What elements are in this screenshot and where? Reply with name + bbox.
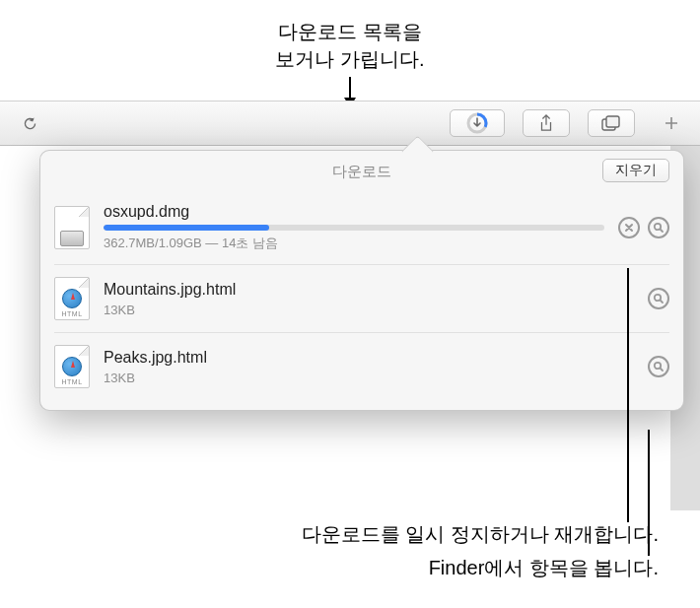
downloads-popover: 다운로드 지우기 osxupd.dmg 362.7MB/1.09GB — 14초… <box>39 150 684 411</box>
reveal-in-finder-button[interactable] <box>648 288 669 309</box>
progress-bar <box>104 225 604 231</box>
browser-toolbar <box>0 101 700 146</box>
callout-reveal-finder: Finder에서 항목을 봅니다. <box>429 554 659 581</box>
downloads-button[interactable] <box>450 109 505 137</box>
callout-text: 다운로드 목록을 <box>0 18 700 45</box>
download-info: Mountains.jpg.html 13KB <box>104 281 634 317</box>
tabs-icon <box>601 115 621 131</box>
stop-download-button[interactable] <box>618 217 640 238</box>
download-filename: Peaks.jpg.html <box>104 349 634 367</box>
download-info: osxupd.dmg 362.7MB/1.09GB — 14초 남음 <box>104 203 604 252</box>
download-status: 362.7MB/1.09GB — 14초 남음 <box>104 235 604 252</box>
reveal-in-finder-button[interactable] <box>648 217 669 238</box>
clear-button[interactable]: 지우기 <box>602 159 669 182</box>
popover-title: 다운로드 <box>332 163 391 181</box>
plus-icon <box>664 115 679 131</box>
download-item: HTML Mountains.jpg.html 13KB <box>54 265 669 333</box>
reload-icon <box>22 115 38 132</box>
magnifier-icon <box>653 361 665 372</box>
download-filename: osxupd.dmg <box>104 203 604 221</box>
magnifier-icon <box>653 222 665 234</box>
callout-pause-resume: 다운로드를 일시 정지하거나 재개합니다. <box>302 520 659 548</box>
file-icon-html: HTML <box>54 277 90 320</box>
download-list: osxupd.dmg 362.7MB/1.09GB — 14초 남음 <box>40 191 683 400</box>
download-filename: Mountains.jpg.html <box>104 281 634 299</box>
download-size: 13KB <box>104 371 634 385</box>
callout-line <box>627 268 629 522</box>
download-actions <box>648 288 669 309</box>
svg-rect-3 <box>606 116 619 127</box>
share-button[interactable] <box>523 109 570 137</box>
download-actions <box>618 217 669 238</box>
callout-text: 보거나 가립니다. <box>0 45 700 73</box>
download-item: osxupd.dmg 362.7MB/1.09GB — 14초 남음 <box>54 191 669 265</box>
progress-fill <box>104 225 269 231</box>
callout-show-hide-downloads: 다운로드 목록을 보거나 가립니다. <box>0 18 700 106</box>
download-actions <box>648 356 669 377</box>
reload-button[interactable] <box>14 109 45 137</box>
magnifier-icon <box>653 293 665 304</box>
new-tab-button[interactable] <box>657 109 686 137</box>
share-icon <box>538 114 554 132</box>
download-size: 13KB <box>104 303 634 317</box>
download-item: HTML Peaks.jpg.html 13KB <box>54 333 669 400</box>
download-info: Peaks.jpg.html 13KB <box>104 349 634 385</box>
popover-header: 다운로드 지우기 <box>40 151 683 191</box>
file-icon-dmg <box>54 206 90 249</box>
x-icon <box>624 223 634 233</box>
reveal-in-finder-button[interactable] <box>648 356 669 377</box>
file-icon-html: HTML <box>54 345 90 388</box>
tabs-button[interactable] <box>588 109 635 137</box>
download-progress-icon <box>466 112 488 134</box>
